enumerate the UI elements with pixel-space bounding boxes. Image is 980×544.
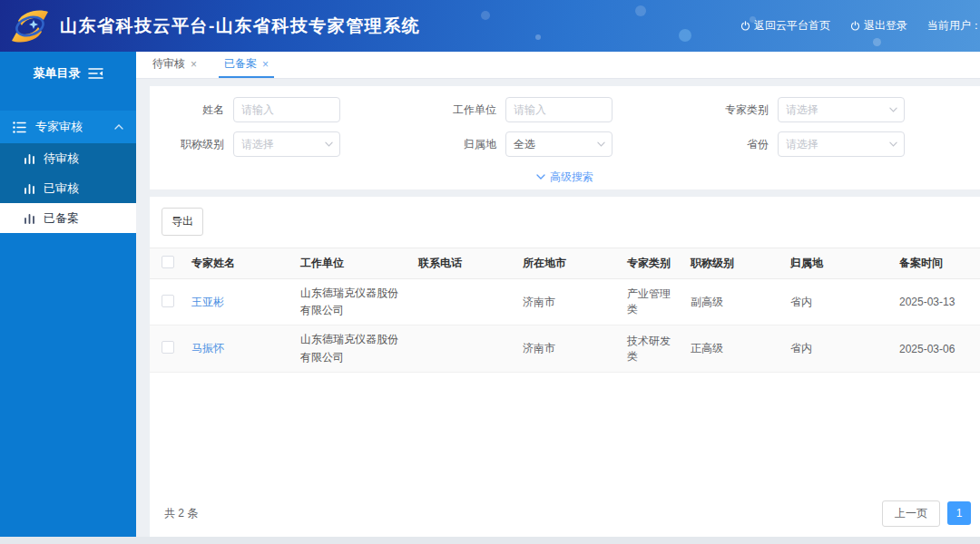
decor-dot bbox=[679, 29, 691, 42]
province-filter-select[interactable]: 请选择 bbox=[778, 131, 905, 157]
sidebar-item-pending-review[interactable]: 待审核 bbox=[0, 143, 136, 173]
table-panel: 导出 专家姓名 工作单位 联系电话 所在地市 专 bbox=[150, 197, 980, 537]
filter-panel: 姓名 工作单位 专家类别 请选择 bbox=[150, 86, 980, 189]
table-footer: 共 2 条 上一页 1 bbox=[150, 487, 980, 537]
title-level-cell: 正高级 bbox=[681, 325, 781, 372]
select-placeholder: 请选择 bbox=[786, 137, 818, 152]
region-filter-select[interactable]: 全选 bbox=[505, 131, 612, 157]
header-actions: 返回云平台首页 退出登录 当前用户：山东 bbox=[740, 0, 980, 52]
top-header: 山东省科技云平台-山东省科技专家管理系统 返回云平台首页 退出登录 当前用户：山… bbox=[0, 0, 980, 52]
menu-directory-header: 菜单目录 bbox=[0, 58, 136, 89]
sidebar-item-label: 待审核 bbox=[44, 151, 79, 167]
bottom-strip bbox=[0, 537, 980, 544]
sidebar: 菜单目录 专家审核 bbox=[0, 52, 136, 537]
menu-directory-label: 菜单目录 bbox=[34, 65, 81, 82]
company-filter-input[interactable] bbox=[505, 97, 612, 122]
tab-bar: 待审核 × 已备案 × bbox=[136, 52, 980, 79]
page-1-button[interactable]: 1 bbox=[947, 501, 971, 525]
chevron-down-icon bbox=[325, 141, 333, 147]
table-row: 王亚彬 山东德瑞克仪器股份有限公司 济南市 产业管理类 副高级 省内 2025-… bbox=[150, 279, 980, 325]
name-filter-label: 姓名 bbox=[150, 102, 233, 118]
column-header: 职称级别 bbox=[681, 248, 781, 279]
current-user-label: 当前用户：山东 bbox=[927, 18, 980, 34]
chevron-down-icon bbox=[597, 141, 605, 147]
chevron-down-icon bbox=[536, 174, 545, 180]
logout-label: 退出登录 bbox=[864, 18, 907, 34]
column-header: 联系电话 bbox=[409, 248, 514, 279]
category-cell: 产业管理类 bbox=[618, 279, 681, 325]
advanced-search-link[interactable]: 高级搜索 bbox=[150, 168, 980, 186]
chevron-down-icon bbox=[889, 107, 897, 112]
company-filter-label: 工作单位 bbox=[422, 102, 505, 118]
main-area: 菜单目录 专家审核 bbox=[0, 52, 980, 537]
tab-close-icon[interactable]: × bbox=[191, 58, 197, 71]
experts-table: 专家姓名 工作单位 联系电话 所在地市 专家类别 职称级别 归属地 备案时间 bbox=[150, 248, 980, 373]
return-home-link[interactable]: 返回云平台首页 bbox=[740, 18, 830, 34]
name-filter-input[interactable] bbox=[233, 97, 340, 122]
chevron-up-icon bbox=[114, 124, 123, 130]
content-area: 待审核 × 已备案 × 姓名 工作单位 bbox=[136, 52, 980, 537]
title-level-filter-label: 职称级别 bbox=[150, 137, 233, 152]
decor-dot bbox=[635, 5, 646, 16]
table-header-row: 专家姓名 工作单位 联系电话 所在地市 专家类别 职称级别 归属地 备案时间 bbox=[150, 248, 980, 279]
region-cell: 省内 bbox=[781, 325, 890, 372]
expert-name-link[interactable]: 马振怀 bbox=[191, 342, 224, 355]
collapse-menu-icon[interactable] bbox=[88, 67, 103, 80]
record-date-cell: 2025-03-13 bbox=[890, 279, 980, 325]
tab-label: 已备案 bbox=[224, 56, 257, 72]
prev-page-button[interactable]: 上一页 bbox=[882, 500, 940, 527]
list-icon bbox=[13, 121, 26, 133]
category-filter-select[interactable]: 请选择 bbox=[778, 97, 905, 122]
table-toolbar: 导出 bbox=[150, 197, 980, 236]
select-all-checkbox[interactable] bbox=[162, 256, 174, 268]
region-cell: 省内 bbox=[781, 279, 890, 325]
sidebar-item-label: 已审核 bbox=[44, 180, 79, 197]
select-placeholder: 请选择 bbox=[786, 102, 818, 118]
column-header: 工作单位 bbox=[291, 248, 409, 279]
sidebar-group-expert-review[interactable]: 专家审核 bbox=[0, 111, 136, 143]
tab-recorded[interactable]: 已备案 × bbox=[219, 52, 274, 78]
table-row: 马振怀 山东德瑞克仪器股份有限公司 济南市 技术研发类 正高级 省内 2025-… bbox=[150, 325, 980, 372]
select-value: 全选 bbox=[514, 137, 535, 152]
region-filter-label: 归属地 bbox=[422, 137, 505, 152]
column-header: 归属地 bbox=[781, 248, 890, 279]
row-checkbox[interactable] bbox=[162, 341, 174, 354]
pagination: 上一页 1 bbox=[882, 500, 971, 527]
company-cell: 山东德瑞克仪器股份有限公司 bbox=[291, 279, 409, 325]
sidebar-item-recorded[interactable]: 已备案 bbox=[0, 203, 136, 233]
category-filter-label: 专家类别 bbox=[694, 102, 778, 118]
category-cell: 技术研发类 bbox=[618, 325, 681, 372]
total-count-label: 共 2 条 bbox=[164, 506, 198, 521]
app-window: 山东省科技云平台-山东省科技专家管理系统 返回云平台首页 退出登录 当前用户：山… bbox=[0, 0, 980, 544]
platform-logo-icon bbox=[9, 6, 51, 46]
advanced-search-label: 高级搜索 bbox=[550, 170, 593, 185]
tab-close-icon[interactable]: × bbox=[262, 58, 269, 71]
tab-pending-review[interactable]: 待审核 × bbox=[147, 52, 202, 78]
export-button[interactable]: 导出 bbox=[162, 208, 203, 236]
return-home-label: 返回云平台首页 bbox=[754, 18, 830, 34]
sidebar-item-label: 已备案 bbox=[44, 210, 79, 227]
bar-chart-icon bbox=[24, 153, 35, 164]
title-level-cell: 副高级 bbox=[681, 279, 781, 325]
company-cell: 山东德瑞克仪器股份有限公司 bbox=[291, 325, 409, 372]
power-icon bbox=[850, 21, 860, 31]
logout-link[interactable]: 退出登录 bbox=[850, 18, 907, 34]
city-cell: 济南市 bbox=[514, 279, 618, 325]
bar-chart-icon bbox=[24, 213, 35, 224]
sidebar-item-reviewed[interactable]: 已审核 bbox=[0, 173, 136, 203]
record-date-cell: 2025-03-06 bbox=[890, 325, 980, 372]
bar-chart-icon bbox=[24, 183, 35, 194]
expert-name-link[interactable]: 王亚彬 bbox=[191, 296, 224, 308]
power-icon bbox=[740, 21, 750, 31]
column-header: 所在地市 bbox=[514, 248, 618, 279]
sidebar-group-label: 专家审核 bbox=[35, 119, 83, 135]
page-title: 山东省科技云平台-山东省科技专家管理系统 bbox=[60, 15, 420, 38]
city-cell: 济南市 bbox=[514, 325, 618, 372]
select-placeholder: 请选择 bbox=[241, 137, 274, 152]
column-header: 专家姓名 bbox=[182, 248, 291, 279]
decor-dot bbox=[481, 11, 490, 20]
chevron-down-icon bbox=[889, 141, 897, 147]
row-checkbox[interactable] bbox=[162, 295, 174, 307]
tab-label: 待审核 bbox=[152, 56, 185, 72]
title-level-filter-select[interactable]: 请选择 bbox=[233, 131, 340, 157]
